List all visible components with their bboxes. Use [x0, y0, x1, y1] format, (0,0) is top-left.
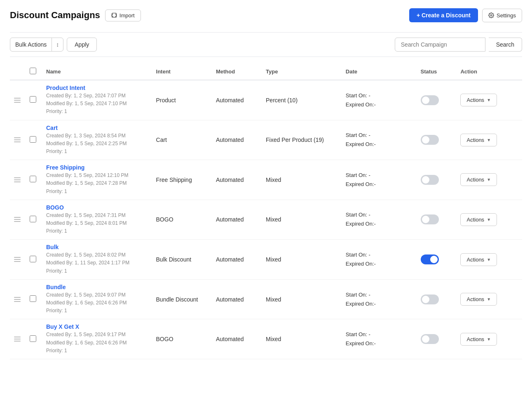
toggle-slider: [421, 95, 439, 105]
campaign-name[interactable]: Free Shipping: [46, 164, 150, 171]
col-name: Name: [43, 64, 153, 80]
campaign-meta: Created By: 1, 2 Sep, 2024 7:07 PMModifi…: [46, 92, 150, 116]
campaign-date: Start On: - Expired On:-: [342, 319, 417, 359]
row-checkbox[interactable]: [30, 216, 36, 222]
status-toggle[interactable]: [421, 175, 439, 185]
table-row: Bundle Created By: 1, 5 Sep, 2024 9:07 P…: [10, 279, 522, 319]
drag-handle[interactable]: [10, 279, 26, 319]
campaign-name[interactable]: Cart: [46, 125, 150, 131]
row-checkbox-cell: [26, 160, 43, 200]
table-row: BOGO Created By: 1, 5 Sep, 2024 7:31 PMM…: [10, 200, 522, 240]
status-toggle[interactable]: [421, 95, 439, 105]
campaign-name-cell: Bulk Created By: 1, 5 Sep, 2024 8:02 PMM…: [43, 240, 153, 280]
row-checkbox[interactable]: [30, 96, 36, 103]
drag-handle[interactable]: [10, 319, 26, 359]
drag-icon: [13, 216, 23, 223]
campaign-status: [417, 120, 457, 160]
campaign-intent: BOGO: [153, 200, 213, 240]
campaign-type: Mixed: [262, 319, 342, 359]
page-header: Discount Campaigns Import + Create a Dis…: [10, 8, 522, 22]
table-row: Free Shipping Created By: 1, 5 Sep, 2024…: [10, 160, 522, 200]
create-discount-button[interactable]: + Create a Discount: [409, 8, 478, 22]
table-row: Product Intent Created By: 1, 2 Sep, 202…: [10, 80, 522, 120]
bulk-actions-select[interactable]: Bulk Actions ↕: [10, 38, 63, 52]
status-toggle[interactable]: [421, 214, 439, 224]
create-label: + Create a Discount: [417, 12, 471, 19]
drag-icon: [13, 97, 23, 104]
drag-handle[interactable]: [10, 160, 26, 200]
row-checkbox[interactable]: [30, 295, 36, 302]
col-method: Method: [213, 64, 262, 80]
actions-button[interactable]: Actions ▼: [460, 253, 497, 266]
campaign-action: Actions ▼: [457, 319, 522, 359]
drag-icon: [13, 137, 23, 143]
page-container: Discount Campaigns Import + Create a Dis…: [0, 0, 532, 368]
search-button[interactable]: Search: [489, 38, 522, 52]
actions-label: Actions: [466, 177, 484, 183]
import-button[interactable]: Import: [105, 9, 141, 21]
actions-button[interactable]: Actions ▼: [460, 173, 497, 186]
col-status: Status: [417, 64, 457, 80]
col-action: Action: [457, 64, 522, 80]
actions-button[interactable]: Actions ▼: [460, 134, 497, 146]
row-checkbox[interactable]: [30, 176, 36, 182]
toggle-slider: [421, 334, 439, 344]
search-input[interactable]: [395, 38, 485, 52]
campaign-name-cell: Buy X Get X Created By: 1, 5 Sep, 2024 9…: [43, 319, 153, 359]
actions-button[interactable]: Actions ▼: [460, 213, 497, 226]
toolbar: Bulk Actions ↕ Apply Search: [10, 32, 522, 57]
toggle-slider: [421, 214, 439, 224]
apply-button[interactable]: Apply: [67, 38, 97, 52]
campaign-meta: Created By: 1, 5 Sep, 2024 8:02 PMModifi…: [46, 251, 150, 275]
table-header-row: Name Intent Method Type Date Status Acti…: [10, 64, 522, 80]
campaign-method: Automated: [213, 240, 262, 280]
campaign-method: Automated: [213, 319, 262, 359]
campaign-name[interactable]: Buy X Get X: [46, 323, 150, 330]
campaign-status: [417, 319, 457, 359]
toolbar-left: Bulk Actions ↕ Apply: [10, 38, 97, 52]
campaign-date: Start On: - Expired On:-: [342, 120, 417, 160]
status-toggle[interactable]: [421, 254, 439, 264]
campaign-intent: Bulk Discount: [153, 240, 213, 280]
drag-handle[interactable]: [10, 80, 26, 120]
row-checkbox[interactable]: [30, 256, 36, 262]
status-toggle[interactable]: [421, 294, 439, 304]
settings-button[interactable]: Settings: [482, 9, 522, 22]
svg-rect-0: [112, 13, 117, 18]
campaign-action: Actions ▼: [457, 240, 522, 280]
actions-label: Actions: [466, 217, 484, 223]
status-toggle[interactable]: [421, 135, 439, 145]
campaign-type: Percent (10): [262, 80, 342, 120]
campaign-meta: Created By: 1, 5 Sep, 2024 9:07 PMModifi…: [46, 291, 150, 315]
table-row: Cart Created By: 1, 3 Sep, 2024 8:54 PMM…: [10, 120, 522, 160]
actions-label: Actions: [466, 97, 484, 103]
import-label: Import: [120, 12, 135, 19]
campaigns-table: Name Intent Method Type Date Status Acti…: [10, 64, 522, 359]
campaign-name[interactable]: BOGO: [46, 204, 150, 211]
campaign-name[interactable]: Bulk: [46, 244, 150, 250]
row-checkbox[interactable]: [30, 136, 36, 143]
campaign-name[interactable]: Bundle: [46, 284, 150, 290]
actions-button[interactable]: Actions ▼: [460, 333, 497, 346]
campaign-method: Automated: [213, 200, 262, 240]
select-all-checkbox[interactable]: [30, 68, 36, 74]
row-checkbox[interactable]: [30, 335, 36, 342]
campaign-name-cell: Product Intent Created By: 1, 2 Sep, 202…: [43, 80, 153, 120]
drag-handle[interactable]: [10, 200, 26, 240]
actions-button[interactable]: Actions ▼: [460, 94, 497, 106]
bulk-arrow-icon[interactable]: ↕: [52, 38, 63, 51]
chevron-down-icon: ▼: [487, 138, 491, 142]
campaign-meta: Created By: 1, 5 Sep, 2024 12:10 PMModif…: [46, 172, 150, 196]
actions-button[interactable]: Actions ▼: [460, 293, 497, 306]
header-right: + Create a Discount Settings: [409, 8, 522, 22]
drag-handle[interactable]: [10, 120, 26, 160]
drag-handle[interactable]: [10, 240, 26, 280]
status-toggle[interactable]: [421, 334, 439, 344]
campaign-type: Mixed: [262, 200, 342, 240]
actions-label: Actions: [466, 336, 484, 342]
toggle-slider: [421, 135, 439, 145]
campaign-name[interactable]: Product Intent: [46, 85, 150, 91]
toggle-slider: [421, 254, 439, 264]
campaign-date: Start On: - Expired On:-: [342, 160, 417, 200]
chevron-down-icon: ▼: [487, 217, 491, 222]
